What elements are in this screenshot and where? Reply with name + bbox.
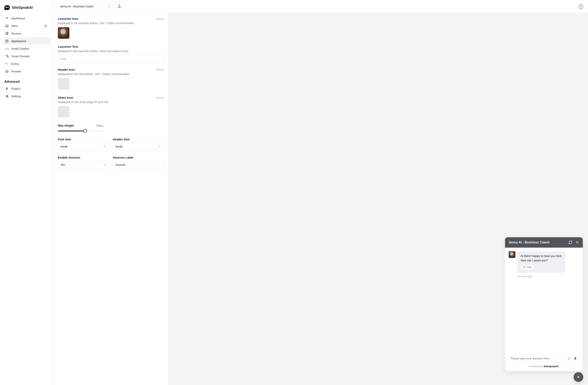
setting-desc: Displayed in the launcher button, 100 × … bbox=[58, 22, 164, 25]
chevron-down-icon bbox=[103, 145, 106, 148]
chevron-down-icon bbox=[158, 145, 161, 148]
chat-body: Hi there! Happy to have you here. How ca… bbox=[505, 248, 583, 352]
sidebar-item-label: Echos bbox=[11, 62, 48, 66]
setting-title: Font Size bbox=[58, 137, 109, 141]
refresh-icon[interactable] bbox=[568, 240, 572, 244]
header-icon-thumb[interactable] bbox=[58, 78, 69, 90]
sidebar-item-label: Sources bbox=[11, 32, 48, 35]
reset-button[interactable]: Reset bbox=[156, 68, 164, 71]
gauge-icon bbox=[5, 17, 9, 20]
brand[interactable]: SiteSpeakAI bbox=[3, 4, 50, 15]
font-size-select[interactable]: Small bbox=[58, 143, 109, 150]
play-button[interactable]: Play bbox=[521, 265, 534, 270]
sidebar-item-dashboard[interactable]: Dashboard bbox=[3, 15, 50, 22]
max-height-slider[interactable] bbox=[58, 130, 103, 132]
share-icon-thumb[interactable] bbox=[58, 106, 69, 118]
svg-point-9 bbox=[580, 4, 582, 7]
enable-sources-select[interactable]: Yes bbox=[58, 161, 109, 168]
setting-font-size: Font Size Small bbox=[58, 137, 109, 150]
sidebar-item-inbox[interactable]: Inbox 1 bbox=[3, 22, 50, 30]
setting-title: Header Size bbox=[113, 137, 164, 141]
sidebar-item-echos[interactable]: Echos bbox=[3, 60, 50, 68]
share-button[interactable] bbox=[116, 3, 123, 10]
svg-point-1 bbox=[7, 40, 7, 41]
sidebar-item-appearance[interactable]: Appearance bbox=[3, 38, 50, 45]
setting-desc: Displayed in the launcher button. Short … bbox=[58, 49, 164, 53]
book-icon bbox=[5, 32, 9, 35]
sidebar-item-smart-prompts[interactable]: Smart Prompts bbox=[3, 53, 50, 60]
powered-name: SiteSpeakAI bbox=[544, 365, 559, 368]
chevrons-up-down-icon bbox=[107, 5, 111, 8]
setting-title: Header Icon bbox=[58, 68, 75, 71]
sidebar-nav: Dashboard Inbox 1 Sources Appearance bbox=[3, 15, 50, 75]
sidebar-item-label: Install Chatbot bbox=[11, 47, 48, 50]
setting-sources-label: Sources Label bbox=[113, 156, 164, 168]
bolt-icon bbox=[5, 87, 9, 91]
inbox-icon bbox=[5, 24, 9, 28]
play-circle-icon bbox=[5, 70, 9, 73]
powered-by[interactable]: Powered by SiteSpeakAI bbox=[505, 362, 583, 371]
sidebar-item-preview[interactable]: Preview bbox=[3, 68, 50, 75]
reset-button[interactable]: Reset bbox=[156, 17, 164, 20]
sidebar-item-plugins[interactable]: Plugins bbox=[3, 85, 50, 92]
svg-point-4 bbox=[6, 70, 8, 73]
sliders-icon bbox=[5, 94, 9, 98]
sidebar-nav-advanced: Plugins Settings bbox=[3, 85, 50, 100]
launcher-fab[interactable] bbox=[574, 372, 583, 382]
main: Jenny AI - Business Coach Launche bbox=[53, 0, 588, 385]
sidebar-item-label: Settings bbox=[11, 95, 48, 98]
close-icon[interactable] bbox=[575, 240, 579, 244]
sidebar: SiteSpeakAI Dashboard Inbox 1 Source bbox=[0, 0, 53, 385]
chevron-down-icon bbox=[103, 163, 106, 166]
max-height-value: 720px bbox=[96, 124, 103, 127]
sidebar-item-settings[interactable]: Settings bbox=[3, 93, 50, 100]
play-circle-icon bbox=[523, 266, 525, 269]
svg-point-5 bbox=[7, 95, 8, 96]
brand-logo-icon bbox=[4, 5, 10, 10]
chat-input-wrap bbox=[508, 354, 580, 362]
setting-title: Enable Sources bbox=[58, 156, 109, 159]
sidebar-item-sources[interactable]: Sources bbox=[3, 30, 50, 37]
sidebar-item-install-chatbot[interactable]: Install Chatbot bbox=[3, 45, 50, 52]
topbar: Jenny AI - Business Coach bbox=[53, 0, 588, 13]
chat-widget: Jenny AI - Business Coach bbox=[505, 237, 583, 371]
reset-button[interactable]: Reset bbox=[156, 96, 164, 99]
launcher-icon-thumb[interactable] bbox=[58, 27, 69, 39]
palette-icon bbox=[5, 39, 9, 43]
setting-launcher-text: Launcher Text Displayed in the launcher … bbox=[58, 45, 164, 62]
header-size-select[interactable]: Small bbox=[113, 143, 164, 150]
launcher-text-input[interactable] bbox=[58, 55, 164, 62]
sidebar-item-label: Dashboard bbox=[11, 17, 48, 20]
select-value: Small bbox=[115, 145, 123, 148]
setting-title: Share Icon bbox=[58, 96, 73, 99]
brand-name: SiteSpeakAI bbox=[12, 6, 33, 10]
setting-title: Max Height bbox=[58, 124, 74, 127]
mic-icon[interactable] bbox=[573, 357, 577, 360]
sidebar-item-label: Inbox bbox=[11, 24, 41, 27]
sidebar-item-label: Appearance bbox=[11, 40, 48, 43]
chat-title: Jenny AI - Business Coach bbox=[509, 241, 549, 244]
chat-text-line: Hi there! Happy to have you here. bbox=[521, 254, 562, 258]
chat-input[interactable] bbox=[511, 357, 566, 360]
slider-handle[interactable] bbox=[83, 129, 87, 133]
project-selector[interactable]: Jenny AI - Business Coach bbox=[58, 3, 113, 10]
svg-point-6 bbox=[6, 96, 7, 97]
svg-point-2 bbox=[8, 41, 8, 41]
setting-max-height: Max Height 720px bbox=[58, 124, 103, 132]
sidebar-section-advanced: Advanced bbox=[3, 75, 50, 85]
chat-header: Jenny AI - Business Coach bbox=[505, 237, 583, 248]
sidebar-item-label: Preview bbox=[11, 70, 48, 73]
setting-share-icon: Share Icon Reset Displayed on the share … bbox=[58, 96, 164, 118]
send-icon[interactable] bbox=[568, 357, 571, 360]
row-sources: Enable Sources Yes Sources Label bbox=[58, 156, 164, 168]
play-label: Play bbox=[527, 266, 532, 269]
svg-point-10 bbox=[523, 266, 525, 268]
sources-label-input[interactable] bbox=[113, 161, 164, 168]
setting-launcher-icon: Launcher Icon Reset Displayed in the lau… bbox=[58, 17, 164, 39]
share-icon bbox=[118, 5, 121, 8]
svg-point-3 bbox=[7, 64, 7, 64]
broadcast-icon bbox=[5, 62, 9, 66]
setting-enable-sources: Enable Sources Yes bbox=[58, 156, 109, 168]
setting-header-icon: Header Icon Reset Displayed in the chat … bbox=[58, 68, 164, 90]
user-avatar[interactable] bbox=[578, 3, 584, 10]
